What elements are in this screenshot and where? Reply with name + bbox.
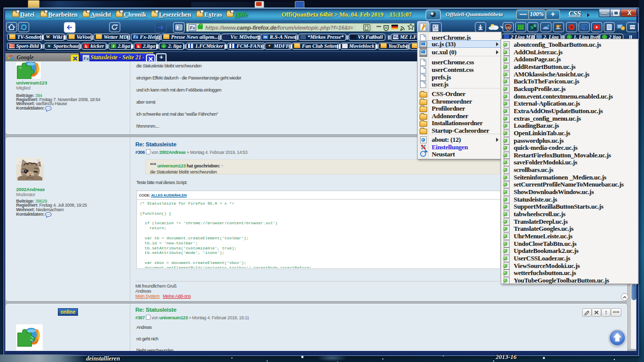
- svg-text:UD: UD: [506, 26, 511, 29]
- svg-text:S: S: [530, 24, 533, 30]
